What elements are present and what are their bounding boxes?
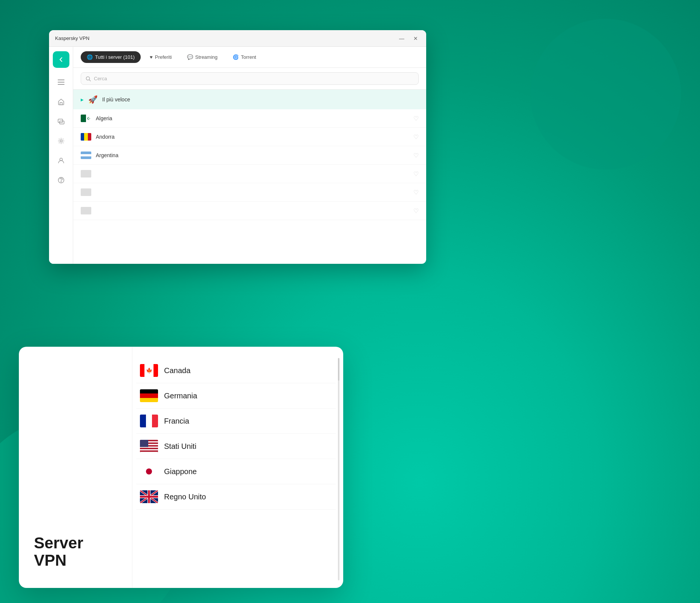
card-row-france[interactable]: Francia	[136, 409, 336, 434]
tab-all-servers[interactable]: 🌐 Tutti i server (101)	[81, 51, 141, 63]
sidebar-devices-icon[interactable]	[53, 113, 69, 130]
flag-algeria	[81, 115, 91, 122]
server-row-algeria[interactable]: Algeria ♡	[73, 109, 426, 128]
close-button[interactable]: ✕	[411, 35, 420, 42]
card-row-uk[interactable]: Regno Unito	[136, 484, 336, 510]
search-icon	[86, 76, 91, 81]
card-left-panel: Server VPN	[19, 347, 132, 588]
scrollbar-thumb[interactable]	[338, 358, 339, 381]
minimize-button[interactable]: —	[397, 35, 407, 42]
tab-streaming[interactable]: 💬 Streaming	[181, 51, 224, 63]
back-button[interactable]	[53, 51, 69, 68]
sidebar-menu-icon[interactable]	[53, 74, 69, 90]
favorite-4[interactable]: ♡	[413, 170, 419, 178]
search-input[interactable]	[94, 76, 414, 81]
tab-torrent[interactable]: 🌀 Torrent	[227, 51, 262, 63]
tab-streaming-label: Streaming	[195, 54, 218, 60]
card-server-uk: Regno Unito	[164, 493, 206, 501]
content-panel: 🌐 Tutti i server (101) ♥ Preferiti 💬 Str…	[73, 47, 426, 264]
app-title: Kaspersky VPN	[55, 35, 397, 41]
favorite-argentina[interactable]: ♡	[413, 152, 419, 159]
favorite-andorra[interactable]: ♡	[413, 133, 419, 141]
card-server-germany: Germania	[164, 392, 197, 400]
tab-favorites-label: Preferiti	[155, 54, 172, 60]
flag-5	[81, 188, 91, 196]
card-title: Server VPN	[34, 534, 117, 569]
main-area: 🌐 Tutti i server (101) ♥ Preferiti 💬 Str…	[49, 47, 426, 264]
card-row-canada[interactable]: Canada	[136, 358, 336, 383]
card-server-france: Francia	[164, 417, 189, 425]
card-flag-uk	[140, 490, 158, 503]
server-row-andorra[interactable]: Andorra ♡	[73, 128, 426, 146]
card-row-japan[interactable]: Giappone	[136, 459, 336, 484]
server-name-algeria: Algeria	[96, 115, 409, 121]
sidebar	[49, 47, 73, 264]
server-name-argentina: Argentina	[96, 152, 409, 158]
card-row-germany[interactable]: Germania	[136, 383, 336, 409]
sidebar-settings-icon[interactable]	[53, 133, 69, 149]
server-row-argentina[interactable]: Argentina ♡	[73, 146, 426, 165]
tab-all-label: Tutti i server (101)	[95, 54, 135, 60]
japan-circle	[146, 468, 152, 474]
server-name-andorra: Andorra	[96, 134, 409, 140]
favorite-algeria[interactable]: ♡	[413, 115, 419, 122]
tab-torrent-icon: 🌀	[233, 54, 239, 60]
sidebar-account-icon[interactable]	[53, 152, 69, 169]
fastest-label: Il più veloce	[102, 96, 130, 103]
card-overlay: Server VPN Canada Germania Francia Stati…	[19, 347, 343, 588]
server-row-6[interactable]: ♡	[73, 202, 426, 220]
sidebar-home-icon[interactable]	[53, 93, 69, 110]
window-controls: — ✕	[397, 35, 420, 42]
card-flag-germany	[140, 389, 158, 402]
tab-favorites-icon: ♥	[150, 54, 153, 60]
tab-bar: 🌐 Tutti i server (101) ♥ Preferiti 💬 Str…	[73, 47, 426, 68]
svg-rect-0	[58, 80, 64, 80]
card-server-japan: Giappone	[164, 467, 197, 476]
card-right-panel: Canada Germania Francia Stati Uniti Giap…	[132, 347, 343, 588]
flag-6	[81, 207, 91, 214]
svg-rect-20	[140, 496, 158, 498]
tab-all-icon: 🌐	[87, 54, 93, 60]
svg-point-9	[61, 181, 61, 182]
card-row-usa[interactable]: Stati Uniti	[136, 434, 336, 459]
card-server-usa: Stati Uniti	[164, 442, 196, 451]
server-list: ▶ 🚀 Il più veloce Algeria ♡ Andorra ♡	[73, 90, 426, 264]
svg-point-6	[60, 140, 62, 142]
app-window: Kaspersky VPN — ✕	[49, 30, 426, 264]
card-flag-france	[140, 415, 158, 427]
sidebar-support-icon[interactable]	[53, 172, 69, 188]
scrollbar-track[interactable]	[338, 358, 339, 580]
tab-torrent-label: Torrent	[241, 54, 256, 60]
title-bar: Kaspersky VPN — ✕	[49, 30, 426, 47]
expand-icon: ▶	[81, 98, 84, 102]
card-flag-usa	[140, 440, 158, 453]
search-bar	[73, 68, 426, 90]
tab-streaming-icon: 💬	[187, 54, 193, 60]
rocket-icon: 🚀	[88, 95, 98, 104]
tab-favorites[interactable]: ♥ Preferiti	[144, 51, 178, 63]
svg-rect-2	[58, 84, 64, 85]
flag-andorra	[81, 133, 91, 141]
card-server-canada: Canada	[164, 366, 190, 375]
svg-rect-1	[58, 82, 64, 83]
server-row-4[interactable]: ♡	[73, 165, 426, 183]
card-flag-japan	[140, 465, 158, 478]
flag-4	[81, 170, 91, 178]
server-row-5[interactable]: ♡	[73, 183, 426, 202]
favorite-6[interactable]: ♡	[413, 207, 419, 214]
svg-line-11	[89, 80, 91, 81]
card-flag-canada	[140, 364, 158, 377]
favorite-5[interactable]: ♡	[413, 189, 419, 196]
search-wrapper	[81, 72, 419, 85]
fastest-server-row[interactable]: ▶ 🚀 Il più veloce	[73, 90, 426, 109]
flag-argentina	[81, 152, 91, 159]
